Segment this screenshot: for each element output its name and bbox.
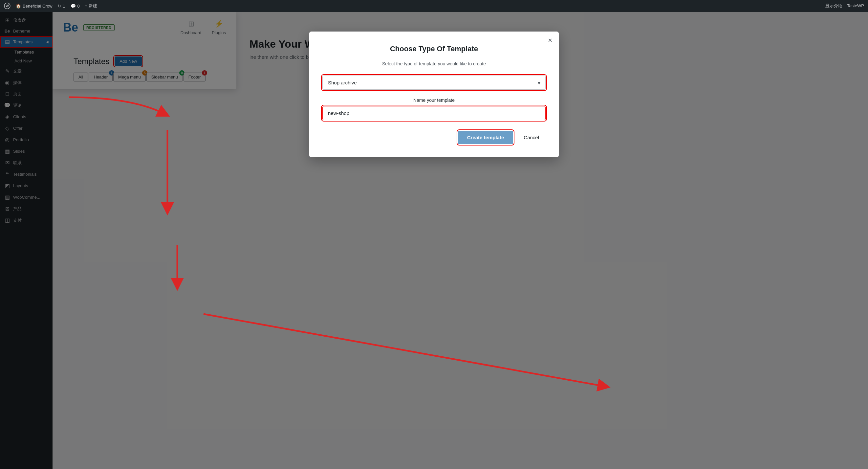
template-type-select[interactable]: Shop archive [322,76,546,90]
modal-overlay: × Choose Type Of Template Select the typ… [53,12,868,469]
content-area: Be REGISTERED ⊞ Dashboard ⚡ Plugins Temp… [53,12,868,469]
template-name-label: Name your template [322,97,546,103]
main-layout: ⊞ 仪表盘 Be Betheme ▤ Templates ◀ Templates… [0,12,868,469]
update-count: 1 [63,4,65,8]
comment-count: 0 [78,4,80,8]
create-template-button[interactable]: Create template [458,131,514,144]
template-name-input[interactable] [322,106,546,120]
modal-title: Choose Type Of Template [322,45,546,53]
wp-logo-icon: W [4,3,10,9]
new-label: + 新建 [85,3,97,9]
comment-item[interactable]: 💬 0 [70,4,80,8]
update-icon: ↻ [57,4,61,8]
admin-bar: W 🏠 Beneficial Crow ↻ 1 💬 0 + 新建 显示介绍 – … [0,0,868,12]
modal-subtitle: Select the type of template you would li… [322,61,546,66]
admin-bar-right: 显示介绍 – TasteWP [825,3,864,9]
site-name-item[interactable]: 🏠 Beneficial Crow [16,4,52,8]
site-name: Beneficial Crow [23,4,52,8]
display-label: 显示介绍 – TasteWP [825,3,864,8]
svg-text:W: W [6,4,9,8]
modal-close-button[interactable]: × [548,37,552,44]
modal-actions: Create template Cancel [322,131,546,144]
modal: × Choose Type Of Template Select the typ… [309,32,559,157]
comment-icon: 💬 [70,4,76,8]
cancel-button[interactable]: Cancel [517,131,546,144]
admin-bar-left: W 🏠 Beneficial Crow ↻ 1 💬 0 + 新建 [4,3,97,9]
home-icon: 🏠 [16,4,21,8]
template-type-wrapper: Shop archive ▾ [322,76,546,90]
template-name-wrapper [322,106,546,120]
update-item[interactable]: ↻ 1 [57,4,65,8]
wp-logo-item[interactable]: W [4,3,10,9]
new-item[interactable]: + 新建 [85,3,97,9]
